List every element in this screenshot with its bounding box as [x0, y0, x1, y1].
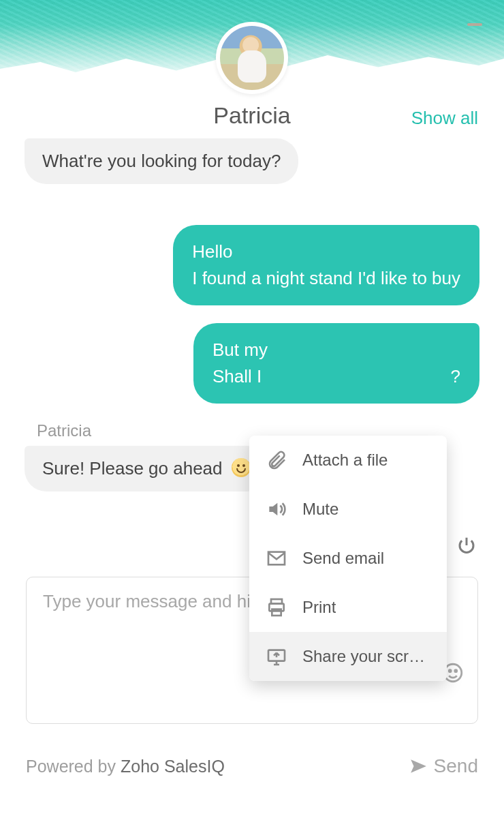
menu-mute[interactable]: Mute [249, 485, 447, 534]
agent-header-row: Patricia Show all [0, 102, 504, 129]
message-text: Sure! Please go ahead [42, 458, 223, 479]
message-text: What're you looking for today? [42, 151, 281, 171]
context-menu: Attach a file Mute Send email Print Shar… [249, 436, 447, 681]
header-banner [0, 0, 504, 82]
menu-label: Share your scr… [302, 647, 425, 666]
svg-point-7 [455, 670, 457, 672]
send-label: Send [434, 755, 478, 777]
menu-label: Send email [302, 549, 384, 568]
user-message: But my Shall I ? [193, 323, 479, 404]
message-line: Shall I [212, 363, 262, 390]
svg-point-6 [449, 670, 451, 672]
footer: Powered by Zoho SalesIQ Send [26, 755, 478, 777]
menu-label: Print [302, 598, 336, 617]
smile-emoji [232, 458, 251, 477]
svg-point-5 [444, 664, 462, 682]
show-all-link[interactable]: Show all [411, 108, 478, 129]
message-tail: ? [451, 363, 460, 390]
message-line: Hello [192, 239, 460, 265]
menu-share-screen[interactable]: Share your scr… [249, 632, 447, 681]
speaker-icon [266, 498, 287, 520]
power-button[interactable] [456, 535, 477, 556]
powered-prefix: Powered by [26, 757, 121, 776]
menu-label: Attach a file [302, 451, 388, 470]
printer-icon [266, 596, 287, 618]
menu-attach-file[interactable]: Attach a file [249, 436, 447, 485]
message-line: But my [212, 337, 268, 363]
envelope-icon [266, 547, 287, 569]
user-message: Hello I found a night stand I'd like to … [173, 225, 479, 305]
minimize-button[interactable] [467, 23, 482, 26]
send-icon [409, 757, 427, 775]
brand-name[interactable]: Zoho SalesIQ [121, 757, 225, 776]
menu-label: Mute [302, 500, 338, 519]
avatar-image [220, 26, 284, 90]
send-button[interactable]: Send [409, 755, 478, 777]
menu-print[interactable]: Print [249, 583, 447, 632]
user-messages: Hello I found a night stand I'd like to … [25, 225, 479, 404]
agent-message: What're you looking for today? [25, 138, 298, 184]
paperclip-icon [266, 449, 287, 471]
message-line: I found a night stand I'd like to buy [192, 265, 460, 292]
share-screen-icon [266, 646, 287, 667]
menu-send-email[interactable]: Send email [249, 534, 447, 583]
agent-message: Sure! Please go ahead [25, 446, 268, 491]
powered-by: Powered by Zoho SalesIQ [26, 757, 225, 776]
agent-avatar[interactable] [216, 22, 288, 94]
chat-area: What're you looking for today? Hello I f… [0, 129, 504, 491]
power-icon [456, 535, 477, 556]
